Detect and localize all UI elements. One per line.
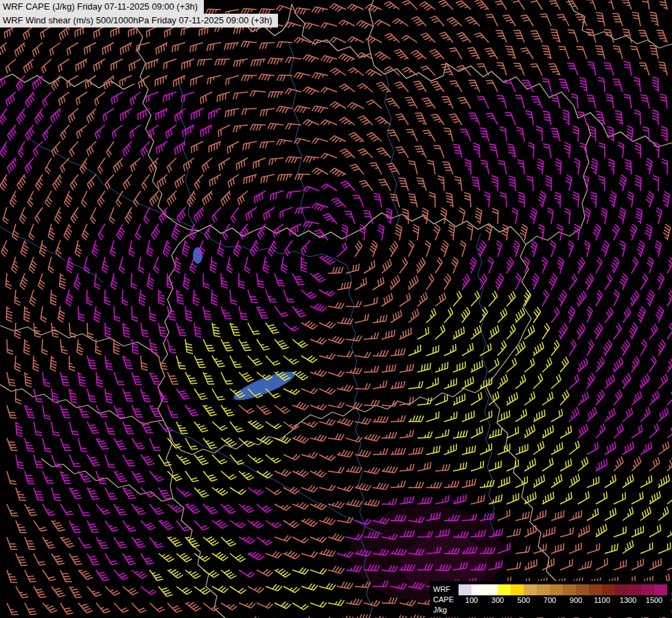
legend-color-cell: [485, 584, 498, 595]
legend-variable-label: CAPE: [433, 595, 454, 605]
legend-units-label: J/kg: [433, 605, 454, 615]
legend-tick-label: 900: [570, 596, 582, 604]
legend-color-cell: [472, 584, 485, 595]
weather-map-canvas: [0, 0, 672, 618]
legend-color-cell: [498, 584, 511, 595]
legend-color-cell: [550, 584, 563, 595]
legend-tick-label: 500: [518, 596, 530, 604]
legend-color-cell: [602, 584, 615, 595]
legend-color-cell: [628, 584, 641, 595]
legend-scale: 100300500700900110013001500: [459, 584, 667, 606]
legend-color-cell: [563, 584, 576, 595]
legend-model-label: WRF: [433, 584, 454, 595]
legend-tick-label: 1300: [620, 596, 636, 604]
legend-tick-label: 1500: [646, 596, 662, 604]
legend-color-cell: [641, 584, 654, 595]
legend-color-cell: [511, 584, 524, 595]
legend-color-cell: [459, 584, 472, 595]
legend-color-cell: [589, 584, 602, 595]
legend-tick-label: 700: [544, 596, 556, 604]
map-background: [0, 0, 672, 618]
cape-legend: WRF CAPE J/kg 10030050070090011001300150…: [430, 581, 671, 617]
legend-tick-label: 1100: [594, 596, 610, 604]
legend-color-cell: [524, 584, 537, 595]
legend-color-cell: [615, 584, 628, 595]
legend-title: WRF CAPE J/kg: [433, 584, 454, 615]
legend-color-cell: [576, 584, 589, 595]
legend-tick-labels: 100300500700900110013001500: [459, 595, 667, 606]
legend-tick-label: 100: [465, 596, 478, 604]
legend-color-cell: [654, 584, 667, 595]
map-title-windshear: WRF Wind shear (m/s) 500/1000hPa Friday …: [0, 14, 278, 27]
legend-tick-label: 300: [491, 596, 504, 604]
weather-map-viewport: WRF CAPE (J/kg) Friday 07-11-2025 09:00 …: [0, 0, 672, 618]
legend-color-cell: [537, 584, 550, 595]
legend-colorbar: [459, 584, 667, 595]
map-title-cape: WRF CAPE (J/kg) Friday 07-11-2025 09:00 …: [0, 0, 204, 14]
